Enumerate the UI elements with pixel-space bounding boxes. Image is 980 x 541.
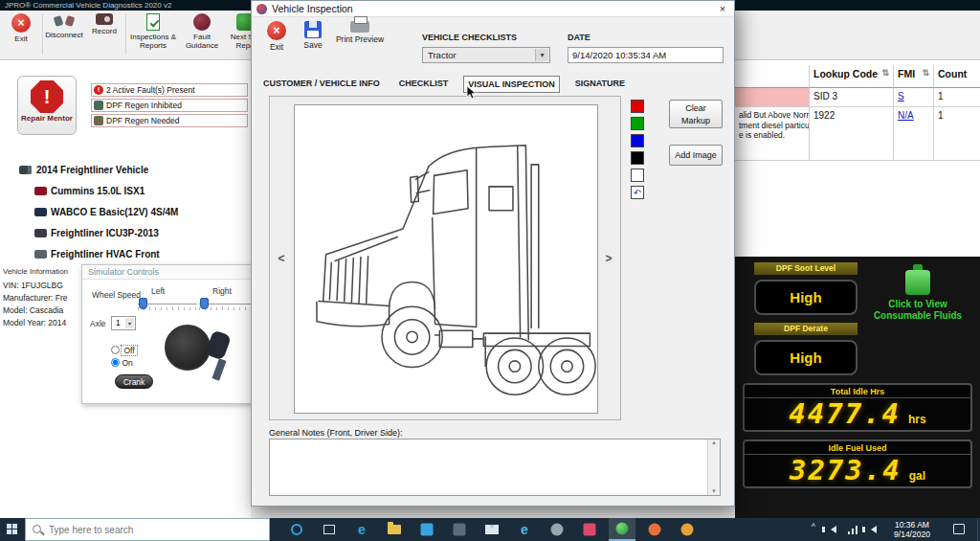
tree-item-icu[interactable]: Freightliner ICU3P-2013 [0, 227, 251, 241]
blue-color-swatch[interactable] [631, 134, 644, 147]
mail-icon[interactable] [479, 518, 505, 541]
edge-icon[interactable]: e [348, 518, 375, 541]
undo-icon[interactable]: ↶ [631, 186, 644, 199]
file-explorer-icon[interactable] [381, 518, 408, 541]
inspection-drawing-canvas[interactable] [294, 104, 598, 414]
ignition-off-radio[interactable] [111, 346, 120, 354]
slider-thumb[interactable] [139, 298, 147, 309]
green-color-swatch[interactable] [631, 117, 644, 130]
settings-icon[interactable] [544, 518, 570, 541]
ignition-switch-icon[interactable] [165, 325, 211, 371]
tree-item-hvac[interactable]: Freightliner HVAC Front [0, 248, 251, 262]
jpro-app-icon[interactable] [609, 518, 635, 541]
left-wheel-speed-slider[interactable] [138, 297, 197, 312]
speaker-icon[interactable] [871, 526, 877, 533]
sort-icon[interactable]: ⇅ [881, 68, 889, 78]
tab-checklist[interactable]: CHECKLIST [395, 76, 453, 93]
scroll-up-icon[interactable]: ▲ [711, 440, 717, 445]
disconnect-button[interactable]: Disconnect [44, 13, 84, 39]
search-icon [33, 525, 41, 533]
clear-markup-button[interactable]: Clear Markup [669, 100, 723, 128]
ignition-off-option[interactable]: Off [111, 346, 137, 355]
print-preview-label: Print Preview [336, 34, 384, 44]
inspection-image-frame: < > [269, 96, 621, 420]
tree-item-abs[interactable]: WABCO E Basic(12V) 4S/4M [0, 206, 251, 220]
tab-signature[interactable]: SIGNATURE [571, 76, 629, 93]
tab-customer-vehicle-info[interactable]: CUSTOMER / VEHICLE INFO [259, 76, 384, 93]
model-value: Model: Cascadia [3, 305, 81, 315]
fault-row-description[interactable] [735, 88, 810, 107]
fmi-link[interactable]: S [898, 91, 904, 101]
dpf-regen-needed-label: DPF Regen Needed [106, 116, 180, 125]
count-column-header[interactable]: Count [934, 65, 980, 88]
slider-thumb[interactable] [200, 298, 209, 309]
firefox-icon[interactable] [641, 518, 668, 541]
calculator-icon[interactable] [446, 518, 473, 541]
dialog-titlebar[interactable]: Vehicle Inspection × [252, 1, 734, 17]
axle-label: Axle [90, 319, 106, 328]
vehicle-checklists-label: VEHICLE CHECKLISTS [422, 33, 517, 42]
date-label: DATE [568, 33, 590, 42]
app-ball-icon[interactable] [674, 518, 701, 541]
tree-item-engine[interactable]: Cummins 15.0L ISX1 [0, 185, 251, 199]
ignition-on-option[interactable]: On [111, 358, 133, 368]
search-input[interactable] [49, 519, 264, 540]
sort-icon[interactable]: ⇅ [922, 68, 929, 78]
fault-guidance-button[interactable]: Fault Guidance [181, 13, 223, 50]
network-icon[interactable] [848, 526, 859, 534]
lookup-code-column-header[interactable]: Lookup Code ⇅ [810, 65, 894, 88]
save-button[interactable]: Save [298, 21, 328, 50]
task-view-icon[interactable] [316, 518, 343, 541]
notes-scrollbar[interactable]: ▲ ▼ [707, 440, 720, 495]
tab-visual-inspection[interactable]: VISUAL INSPECTION [463, 76, 559, 93]
ignition-on-radio[interactable] [111, 358, 120, 367]
print-preview-button[interactable]: Print Preview [332, 21, 388, 44]
dpf-regen-inhibited-banner[interactable]: DPF Regen Inhibited [91, 99, 248, 112]
consumable-fluids-label: Click to View Consumable Fluids [861, 299, 974, 322]
repair-mentor-button[interactable]: ! Repair Mentor [17, 76, 77, 135]
fmi-link[interactable]: N/A [898, 110, 914, 121]
taskbar-search[interactable] [25, 518, 270, 541]
right-wheel-speed-slider[interactable] [199, 297, 252, 312]
active-faults-banner[interactable]: ! 2 Active Fault(s) Present [91, 83, 248, 97]
notification-center-icon[interactable] [953, 524, 965, 534]
start-button[interactable] [0, 518, 25, 541]
crank-button[interactable]: Crank [115, 374, 153, 389]
total-idle-hours-unit: hrs [908, 413, 926, 426]
close-icon[interactable]: × [715, 2, 730, 16]
record-button[interactable]: Record [86, 13, 122, 35]
vehicle-checklist-select[interactable]: Tractor ▾ [422, 47, 550, 63]
fault-row-description[interactable]: alid But Above Normal tment diesel parti… [735, 107, 810, 161]
consumable-fluids-button[interactable]: Click to View Consumable Fluids [861, 270, 974, 322]
store-icon[interactable] [413, 518, 440, 541]
red-color-swatch[interactable] [631, 100, 644, 113]
previous-image-button[interactable]: < [275, 250, 288, 267]
volume-icon[interactable] [831, 526, 836, 533]
dialog-exit-button[interactable]: × Exit [261, 21, 292, 52]
date-input[interactable] [568, 47, 724, 63]
dpf-regen-needed-banner[interactable]: DPF Regen Needed [91, 114, 248, 127]
white-color-swatch[interactable] [631, 169, 644, 182]
add-image-button[interactable]: Add Image [669, 145, 723, 166]
general-notes-textarea[interactable] [270, 440, 707, 495]
exit-button[interactable]: × Exit [2, 13, 40, 43]
dpf-soot-level-label: DPF Soot Level [754, 262, 858, 275]
photos-icon[interactable] [576, 518, 603, 541]
taskbar-clock[interactable]: 10:36 AM 9/14/2020 [884, 520, 940, 539]
next-image-button[interactable]: > [602, 250, 615, 267]
fault-row-lookup-code[interactable]: 1922 [810, 107, 894, 161]
scroll-down-icon[interactable]: ▼ [708, 488, 720, 494]
description-column-header[interactable] [735, 65, 810, 88]
right-label: Right [212, 286, 232, 296]
fault-row-lookup-code[interactable]: SID 3 [810, 88, 894, 107]
axle-select[interactable]: 1 ▾ [111, 316, 136, 330]
edge-glyph: e [358, 522, 366, 537]
tree-item-vehicle[interactable]: 2014 Freightliner Vehicle [0, 164, 251, 178]
fmi-column-header[interactable]: FMI ⇅ [894, 65, 934, 88]
inspections-reports-button[interactable]: Inspections & Reports [128, 13, 178, 50]
black-color-swatch[interactable] [631, 151, 644, 165]
edge-browser-icon[interactable]: e [511, 518, 538, 541]
tray-chevron-icon[interactable]: ^ [812, 522, 815, 531]
cortana-icon[interactable] [283, 518, 310, 541]
lookup-code-label: Lookup Code [813, 68, 878, 79]
